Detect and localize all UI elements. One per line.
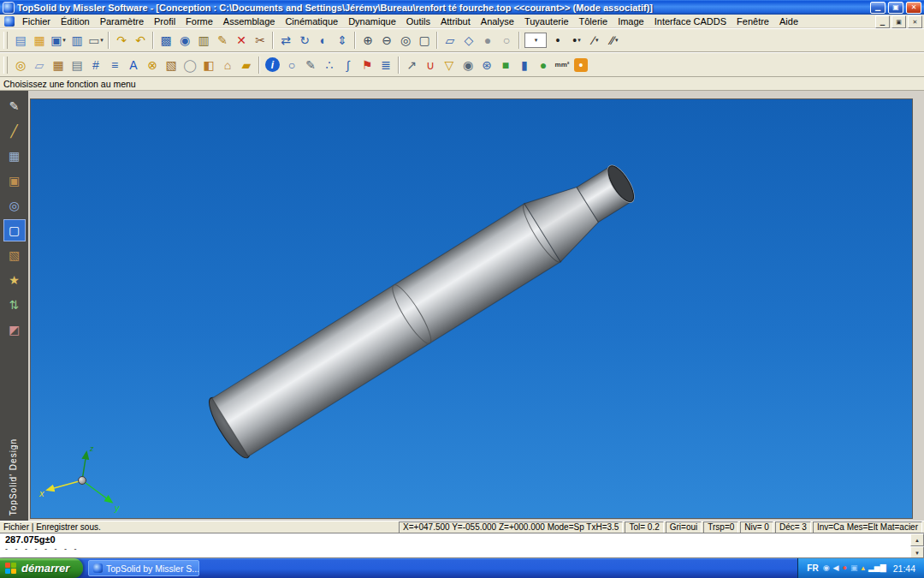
- sheet-metal-icon[interactable]: ▱: [30, 56, 49, 74]
- edit-element-icon[interactable]: ✎: [213, 31, 232, 50]
- hook-icon[interactable]: ∫: [339, 56, 358, 74]
- translate-icon[interactable]: ⇄: [276, 31, 295, 50]
- menu-edition[interactable]: Édition: [56, 15, 95, 27]
- restore-button[interactable]: ▣: [888, 2, 903, 14]
- screen-icon[interactable]: ▢: [3, 219, 26, 241]
- magnifier-tray-icon[interactable]: ◉: [823, 564, 830, 572]
- spring-icon[interactable]: ◎: [11, 56, 30, 74]
- signal-bars-icon[interactable]: ▂▅▇: [868, 564, 886, 572]
- menu-image[interactable]: Image: [613, 15, 649, 27]
- stamp-icon[interactable]: ◧: [199, 56, 218, 74]
- chevron-down-icon[interactable]: ▾: [615, 37, 619, 44]
- menu-analyse[interactable]: Analyse: [476, 15, 519, 27]
- document-icon[interactable]: [4, 16, 15, 27]
- solids-icon[interactable]: ▦: [3, 145, 26, 167]
- toolbar-grip[interactable]: [3, 57, 8, 74]
- balloon-icon[interactable]: ◯: [181, 56, 199, 74]
- menu-outils[interactable]: Outils: [401, 15, 435, 27]
- wireframe-view-icon[interactable]: ○: [497, 31, 516, 50]
- mdi-minimize-button[interactable]: ▁: [875, 15, 890, 28]
- close-button[interactable]: ✕: [906, 2, 921, 14]
- antivirus-icon[interactable]: ●: [842, 564, 846, 572]
- viewport[interactable]: x y z: [30, 98, 913, 519]
- minimize-button[interactable]: ▁: [870, 2, 886, 14]
- zoom-in-icon[interactable]: ⊕: [358, 31, 377, 50]
- pen-icon[interactable]: ✎: [301, 56, 320, 74]
- zoom-all-icon[interactable]: ◎: [396, 31, 415, 50]
- chevron-down-icon[interactable]: ▾: [578, 37, 581, 44]
- message-area[interactable]: 287.075g±0 - - - - - - - - ▲ ▼: [0, 533, 924, 558]
- alert-icon[interactable]: ▴: [861, 564, 865, 572]
- wood-box-icon[interactable]: ▧: [162, 56, 181, 74]
- volume-icon[interactable]: ◀: [833, 564, 839, 572]
- toolbar-grip[interactable]: [3, 32, 8, 49]
- block-icon[interactable]: ▦: [49, 56, 68, 74]
- menu-profil[interactable]: Profil: [149, 15, 181, 27]
- menu-forme[interactable]: Forme: [181, 15, 218, 27]
- open-folder-icon[interactable]: ▦: [30, 31, 49, 50]
- point-size-icon[interactable]: •: [548, 31, 567, 50]
- text-icon[interactable]: A: [124, 56, 143, 74]
- swap-icon[interactable]: ⇅: [3, 294, 26, 316]
- start-button[interactable]: démarrer: [0, 558, 83, 578]
- green-cube-icon[interactable]: ■: [496, 56, 515, 74]
- mirror-icon[interactable]: ◐: [314, 31, 333, 50]
- tube-solid[interactable]: [203, 150, 646, 462]
- gold-bar-icon[interactable]: ▰: [237, 56, 256, 74]
- taskbar-task-topsolid[interactable]: TopSolid by Missler S...: [88, 560, 199, 576]
- sphere-icon[interactable]: ●: [534, 56, 553, 74]
- message-scrollbar[interactable]: ▲ ▼: [910, 533, 924, 558]
- 3d-canvas[interactable]: x y z: [31, 99, 912, 518]
- view-top-icon[interactable]: ▱: [441, 31, 459, 50]
- funnel-icon[interactable]: ▽: [440, 56, 459, 74]
- menu-tuyauterie[interactable]: Tuyauterie: [519, 15, 574, 27]
- assembly-icon[interactable]: ▣: [3, 170, 26, 192]
- gear-icon[interactable]: ⊛: [477, 56, 496, 74]
- scale-icon[interactable]: ⇕: [333, 31, 352, 50]
- menu-dynamique[interactable]: Dynamique: [343, 15, 401, 27]
- document-properties-icon[interactable]: ▥: [68, 31, 86, 50]
- undo-icon[interactable]: ↶: [131, 31, 150, 50]
- network-icon[interactable]: ▣: [850, 564, 858, 572]
- area-mm2-icon[interactable]: mm²: [553, 56, 572, 74]
- line-style-icon[interactable]: ∕▾: [586, 31, 605, 50]
- hatch-style-icon[interactable]: ∕∕▾: [605, 31, 624, 50]
- columns-icon[interactable]: ≣: [376, 56, 395, 74]
- rotate-icon[interactable]: ↻: [295, 31, 314, 50]
- menu-tolerie[interactable]: Tôlerie: [574, 15, 613, 27]
- chevron-down-icon[interactable]: ▾: [62, 37, 66, 44]
- shaded-view-icon[interactable]: ●: [478, 31, 497, 50]
- redo-icon[interactable]: ↷: [112, 31, 131, 50]
- target-icon[interactable]: ◉: [459, 56, 477, 74]
- scroll-up-icon[interactable]: ▲: [910, 533, 924, 546]
- menu-fenetre[interactable]: Fenêtre: [732, 15, 774, 27]
- pencil-icon[interactable]: ✎: [3, 95, 26, 117]
- palette-icon[interactable]: ◩: [3, 319, 26, 341]
- info-icon[interactable]: i: [265, 57, 280, 72]
- scroll-down-icon[interactable]: ▼: [910, 546, 924, 558]
- magnifier-icon[interactable]: ◉: [175, 31, 194, 50]
- star-icon[interactable]: ★: [3, 269, 26, 291]
- print-icon[interactable]: ▭▾: [86, 31, 105, 50]
- lock-icon[interactable]: •: [574, 58, 588, 72]
- magnet-icon[interactable]: ∪: [421, 56, 440, 74]
- chevron-down-icon[interactable]: ▾: [595, 37, 599, 44]
- language-indicator[interactable]: FR: [807, 563, 818, 573]
- cylinder-icon[interactable]: ▮: [515, 56, 534, 74]
- menu-cinematique[interactable]: Cinématique: [280, 15, 343, 27]
- view-iso-icon[interactable]: ◇: [459, 31, 478, 50]
- menu-assemblage[interactable]: Assemblage: [218, 15, 281, 27]
- zoom-window-icon[interactable]: ▢: [415, 31, 434, 50]
- scissors-icon[interactable]: ✂: [251, 31, 270, 50]
- measure-icon[interactable]: ▥: [194, 31, 213, 50]
- flag-icon[interactable]: ⚑: [358, 56, 376, 74]
- color-swatch[interactable]: ▾: [524, 33, 547, 48]
- clipboard-icon[interactable]: ▤: [68, 56, 86, 74]
- arrow-ne-icon[interactable]: ↗: [402, 56, 421, 74]
- new-file-icon[interactable]: ▤: [11, 31, 30, 50]
- chevron-down-icon[interactable]: ▾: [100, 37, 104, 44]
- chevron-down-icon[interactable]: ▾: [535, 37, 538, 44]
- zoom-out-icon[interactable]: ⊖: [377, 31, 396, 50]
- hut-icon[interactable]: ⌂: [218, 56, 237, 74]
- box-icon[interactable]: ▧: [3, 244, 26, 266]
